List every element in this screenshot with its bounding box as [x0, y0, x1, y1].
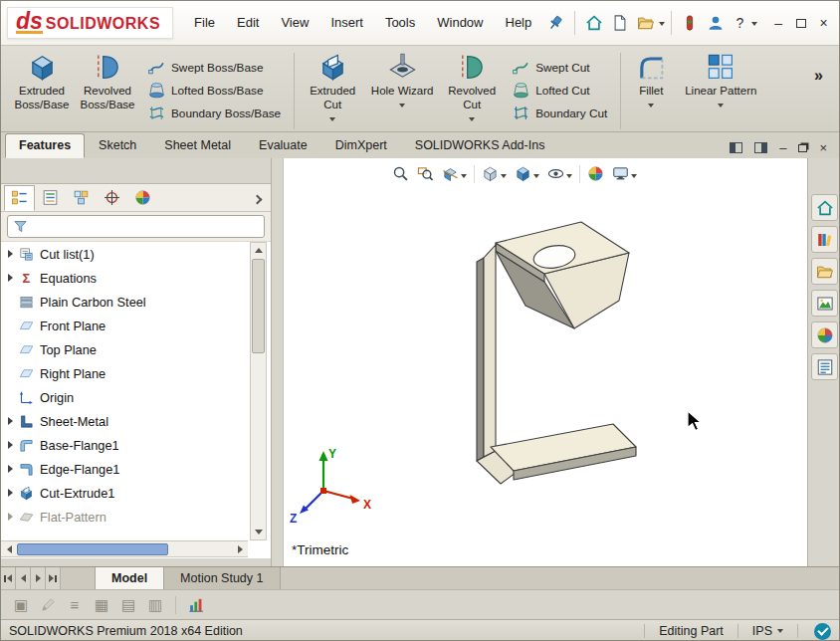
- expand-arrow-icon[interactable]: [8, 465, 13, 473]
- zoom-to-fit-button[interactable]: [389, 162, 412, 185]
- propertymanager-tab[interactable]: [35, 185, 66, 211]
- view-settings-button[interactable]: [609, 162, 640, 185]
- tab-scroll-next-button[interactable]: [31, 567, 46, 589]
- tab-sheet-metal[interactable]: Sheet Metal: [150, 133, 245, 158]
- expand-arrow-icon[interactable]: [8, 250, 13, 258]
- dropdown-caret-icon[interactable]: [718, 104, 724, 110]
- boundary-cut-button[interactable]: Boundary Cut: [509, 104, 611, 122]
- pin-toolbar-button[interactable]: [544, 11, 566, 36]
- grid-icon[interactable]: ▤: [116, 593, 140, 617]
- menu-window[interactable]: Window: [426, 4, 494, 42]
- expand-arrow-icon[interactable]: [8, 513, 13, 521]
- horizontal-scroll-thumb[interactable]: [17, 543, 168, 555]
- minimize-window-button[interactable]: –: [767, 11, 790, 35]
- tree-item-flat-pattern[interactable]: Flat-Pattern: [1, 505, 250, 529]
- menu-insert[interactable]: Insert: [319, 4, 374, 42]
- open-dropdown-caret-icon[interactable]: [659, 22, 665, 29]
- menu-file[interactable]: File: [183, 4, 226, 42]
- model-3d-part[interactable]: [477, 222, 636, 484]
- tree-item-front-plane[interactable]: Front Plane: [1, 314, 250, 337]
- tree-item-material[interactable]: Plain Carbon Steel: [1, 290, 250, 314]
- tree-item-origin[interactable]: Origin: [1, 385, 250, 409]
- scroll-up-button[interactable]: [251, 243, 266, 258]
- chart-tool-button[interactable]: [184, 593, 208, 617]
- tab-scroll-last-button[interactable]: [46, 567, 61, 589]
- configurationmanager-tab[interactable]: [66, 185, 97, 211]
- vertical-scroll-thumb[interactable]: [252, 259, 265, 353]
- tree-item-top-plane[interactable]: Top Plane: [1, 337, 250, 361]
- displaymanager-tab[interactable]: [127, 185, 158, 211]
- tab-motion-study-1[interactable]: Motion Study 1: [164, 567, 280, 589]
- scroll-down-button[interactable]: [251, 525, 266, 539]
- custom-properties-button[interactable]: [811, 353, 838, 380]
- home-button[interactable]: [583, 11, 605, 36]
- maximize-window-button[interactable]: [790, 11, 813, 35]
- table-icon[interactable]: ▦: [90, 593, 113, 617]
- tree-item-right-plane[interactable]: Right Plane: [1, 361, 250, 385]
- scroll-left-button[interactable]: [1, 541, 17, 556]
- section-view-button[interactable]: [439, 162, 470, 185]
- menu-tools[interactable]: Tools: [374, 4, 426, 42]
- tree-vertical-scrollbar[interactable]: [250, 242, 267, 540]
- display-style-button[interactable]: [512, 162, 542, 185]
- expand-arrow-icon[interactable]: [8, 417, 13, 425]
- tab-features[interactable]: Features: [5, 133, 85, 158]
- menu-help[interactable]: Help: [495, 4, 543, 42]
- tab-solidworks-add-ins[interactable]: SOLIDWORKS Add-Ins: [401, 133, 559, 158]
- tab-sketch[interactable]: Sketch: [85, 133, 150, 158]
- tab-evaluate[interactable]: Evaluate: [245, 133, 321, 158]
- tab-scroll-first-button[interactable]: [1, 567, 16, 589]
- tree-item-sheet-metal[interactable]: Sheet-Metal: [1, 409, 250, 433]
- close-window-button[interactable]: ×: [812, 11, 835, 35]
- tree-filter-input[interactable]: [33, 216, 259, 237]
- edit-appearance-button[interactable]: [584, 162, 607, 185]
- appearances-scenes-button[interactable]: [811, 321, 838, 348]
- dropdown-caret-icon[interactable]: [501, 174, 507, 181]
- dropdown-caret-icon[interactable]: [648, 104, 654, 110]
- dropdown-caret-icon[interactable]: [399, 104, 405, 110]
- tree-item-base-flange1[interactable]: Base-Flange1: [1, 433, 250, 457]
- close-document-button[interactable]: ×: [819, 143, 827, 153]
- ribbon-overflow-button[interactable]: »: [814, 51, 833, 85]
- tab-model[interactable]: Model: [95, 567, 164, 589]
- dropdown-caret-icon[interactable]: [461, 174, 467, 181]
- hide-show-items-button[interactable]: [544, 162, 575, 185]
- featuremanager-tab[interactable]: [4, 185, 35, 211]
- tree-filter-box[interactable]: [7, 215, 265, 238]
- lofted-boss-base-button[interactable]: Lofted Boss/Base: [144, 81, 285, 100]
- tree-item-cut-extrude1[interactable]: Cut-Extrude1: [1, 481, 250, 505]
- panel-splitter[interactable]: [272, 158, 284, 566]
- swept-boss-base-button[interactable]: Swept Boss/Base: [144, 58, 285, 77]
- tab-dimxpert[interactable]: DimXpert: [321, 133, 401, 158]
- film-icon[interactable]: ▥: [143, 593, 167, 617]
- new-document-button[interactable]: [609, 11, 631, 36]
- tab-scroll-prev-button[interactable]: [16, 567, 31, 589]
- menu-edit[interactable]: Edit: [226, 4, 270, 42]
- help-button[interactable]: ?: [729, 11, 751, 35]
- dimxpertmanager-tab[interactable]: [97, 185, 127, 211]
- solidworks-resources-button[interactable]: [811, 194, 838, 221]
- extruded-cut-button[interactable]: Extruded Cut: [300, 51, 365, 124]
- swept-cut-button[interactable]: Swept Cut: [509, 58, 611, 77]
- restore-document-icon[interactable]: [798, 144, 807, 152]
- design-library-button[interactable]: [811, 226, 838, 253]
- photos-icon[interactable]: ▣: [9, 593, 33, 617]
- dropdown-caret-icon[interactable]: [631, 174, 637, 181]
- view-orientation-button[interactable]: [479, 162, 510, 185]
- lines-icon[interactable]: ≡: [63, 593, 87, 617]
- panel-expand-chevron[interactable]: [254, 189, 261, 207]
- revolved-boss-base-button[interactable]: Revolved Boss/Base: [75, 51, 140, 112]
- file-explorer-button[interactable]: [811, 258, 838, 285]
- pane-right-icon[interactable]: [754, 142, 767, 153]
- dropdown-caret-icon[interactable]: [566, 174, 572, 181]
- open-document-button[interactable]: [635, 11, 657, 36]
- pencil-icon[interactable]: [36, 593, 60, 617]
- menu-view[interactable]: View: [270, 4, 319, 42]
- tree-item-edge-flange1[interactable]: Edge-Flange1: [1, 457, 250, 481]
- login-button[interactable]: [705, 11, 727, 36]
- linear-pattern-button[interactable]: Linear Pattern: [676, 51, 765, 110]
- expand-arrow-icon[interactable]: [8, 274, 13, 282]
- dropdown-caret-icon[interactable]: [329, 117, 335, 124]
- dropdown-caret-icon[interactable]: [469, 117, 475, 124]
- zoom-to-area-button[interactable]: [414, 162, 437, 185]
